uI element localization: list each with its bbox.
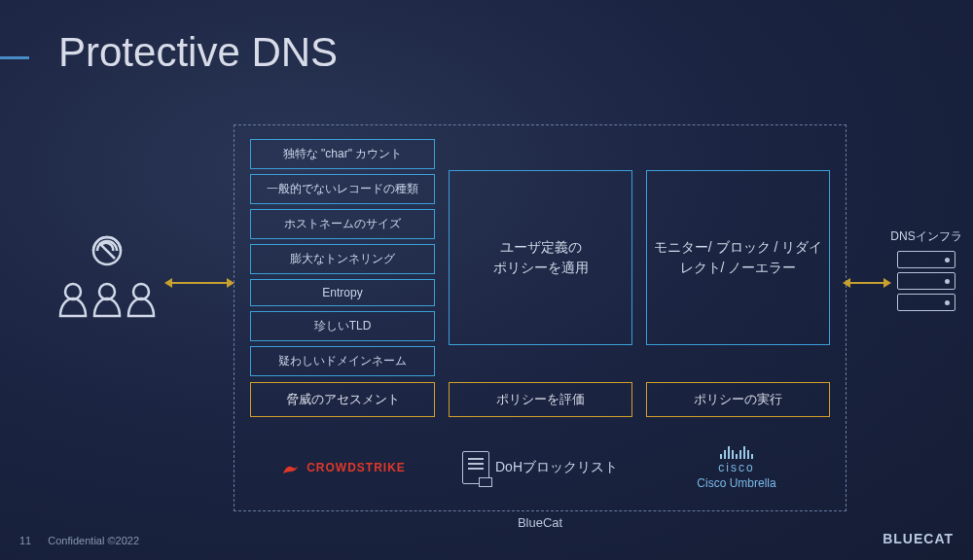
vendor-doh-blocklist: DoHブロックリスト <box>447 451 633 484</box>
svg-point-3 <box>99 284 115 299</box>
svg-point-2 <box>65 284 81 299</box>
threat-check-item: ホストネームのサイズ <box>250 209 435 239</box>
action-box: モニター/ ブロック / リダイレクト/ ノーエラー <box>646 170 830 345</box>
threat-check-item: 独特な "char" カウント <box>250 139 435 169</box>
apply-policy-box: ユーザ定義の ポリシーを適用 <box>449 170 632 345</box>
policy-execute-box: ポリシーの実行 <box>646 382 830 417</box>
vendor-crowdstrike: CROWDSTRIKE <box>250 460 437 475</box>
doh-label: DoHブロックリスト <box>495 459 618 476</box>
threat-check-list: 独特な "char" カウント 一般的でないレコードの種類 ホストネームのサイズ… <box>250 139 435 372</box>
threat-assessment-box: 脅威のアセスメント <box>250 382 435 417</box>
crowdstrike-label: CROWDSTRIKE <box>306 461 406 474</box>
policy-evaluate-box: ポリシーを評価 <box>449 382 632 417</box>
footer-left: 11 Confidential ©2022 <box>19 535 139 546</box>
threat-check-item: 疑わしいドメインネーム <box>250 346 435 376</box>
threat-check-item: 珍しいTLD <box>250 311 435 341</box>
cisco-top-label: cisco <box>718 461 754 474</box>
page-title: Protective DNS <box>58 29 338 76</box>
bluecat-container: 独特な "char" カウント 一般的でないレコードの種類 ホストネームのサイズ… <box>234 124 847 511</box>
bidirectional-arrow-left <box>170 282 229 284</box>
threat-check-item: 膨大なトンネリング <box>250 244 435 274</box>
users-fingerprint-icon <box>49 224 165 340</box>
brand-logo-text: BLUECAT <box>883 531 954 546</box>
svg-point-4 <box>133 284 149 299</box>
cisco-icon <box>720 445 753 459</box>
cisco-bottom-label: Cisco Umbrella <box>697 476 775 490</box>
bidirectional-arrow-right <box>848 282 885 284</box>
dns-infra-label: DNSインフラ <box>887 228 965 245</box>
threat-check-item: Entropy <box>250 279 435 306</box>
crowdstrike-icon <box>281 460 301 475</box>
apply-policy-text: ユーザ定義の ポリシーを適用 <box>493 237 589 278</box>
dns-infra: DNSインフラ <box>887 228 965 315</box>
action-text: モニター/ ブロック / リダイレクト/ ノーエラー <box>647 237 829 278</box>
container-label: BlueCat <box>518 515 562 530</box>
threat-check-item: 一般的でないレコードの種類 <box>250 174 435 204</box>
confidential-notice: Confidential ©2022 <box>48 535 139 546</box>
title-accent-dash <box>0 56 29 59</box>
server-stack-icon <box>897 251 955 311</box>
document-list-icon <box>462 451 489 484</box>
page-number: 11 <box>19 535 31 546</box>
vendor-cisco-umbrella: cisco Cisco Umbrella <box>643 445 830 490</box>
